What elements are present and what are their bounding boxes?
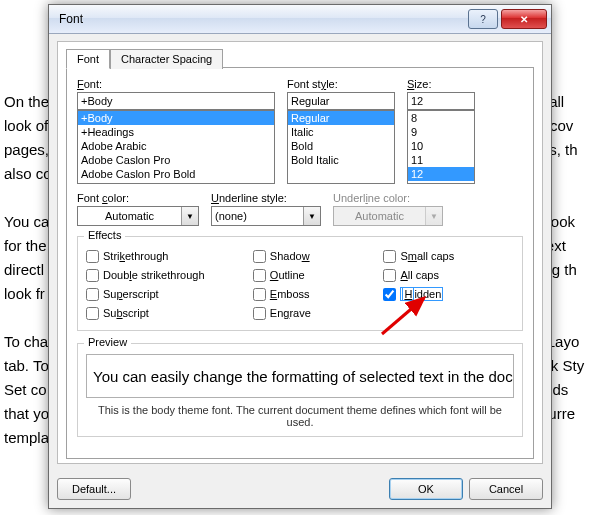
list-item[interactable]: +Body xyxy=(78,111,274,125)
underline-color-value: Automatic xyxy=(334,210,425,222)
check-emboss[interactable]: Emboss xyxy=(253,285,384,303)
check-double-strikethrough[interactable]: Double strikethrough xyxy=(86,266,253,284)
check-outline[interactable]: Outline xyxy=(253,266,384,284)
preview-group: Preview You can easily change the format… xyxy=(77,343,523,437)
font-style-label: Font style: xyxy=(287,78,395,90)
font-style-listbox[interactable]: Regular Italic Bold Bold Italic xyxy=(287,110,395,184)
check-shadow[interactable]: Shadow xyxy=(253,247,384,265)
underline-color-combo: Automatic ▼ xyxy=(333,206,443,226)
underline-style-label: Underline style: xyxy=(211,192,321,204)
tab-character-spacing[interactable]: Character Spacing xyxy=(110,49,223,69)
underline-style-combo[interactable]: (none) ▼ xyxy=(211,206,321,226)
check-hidden[interactable]: Hidden xyxy=(383,285,514,303)
chevron-down-icon: ▼ xyxy=(425,207,442,225)
font-label: Font: xyxy=(77,78,275,90)
preview-box: You can easily change the formatting of … xyxy=(86,354,514,398)
list-item[interactable]: 12 xyxy=(408,167,474,181)
list-item[interactable]: 11 xyxy=(408,153,474,167)
font-color-combo[interactable]: Automatic ▼ xyxy=(77,206,199,226)
dialog-title: Font xyxy=(59,12,468,26)
list-item[interactable]: Adobe Caslon Pro xyxy=(78,153,274,167)
list-item[interactable]: 8 xyxy=(408,111,474,125)
help-button[interactable]: ? xyxy=(468,9,498,29)
list-item[interactable]: Bold xyxy=(288,139,394,153)
close-button[interactable]: ✕ xyxy=(501,9,547,29)
chevron-down-icon: ▼ xyxy=(303,207,320,225)
size-listbox[interactable]: 8 9 10 11 12 xyxy=(407,110,475,184)
list-item[interactable]: Regular xyxy=(288,111,394,125)
font-color-value: Automatic xyxy=(78,210,181,222)
preview-note: This is the body theme font. The current… xyxy=(86,404,514,428)
font-listbox[interactable]: +Body +Headings Adobe Arabic Adobe Caslo… xyxy=(77,110,275,184)
ok-button[interactable]: OK xyxy=(389,478,463,500)
check-engrave[interactable]: Engrave xyxy=(253,304,384,322)
preview-legend: Preview xyxy=(84,336,131,348)
list-item[interactable]: 10 xyxy=(408,139,474,153)
check-small-caps[interactable]: Small caps xyxy=(383,247,514,265)
tab-font[interactable]: Font xyxy=(66,49,110,69)
list-item[interactable]: 9 xyxy=(408,125,474,139)
effects-group: Effects Strikethrough Double strikethrou… xyxy=(77,236,523,331)
list-item[interactable]: +Headings xyxy=(78,125,274,139)
titlebar[interactable]: Font ? ✕ xyxy=(49,5,551,34)
check-all-caps[interactable]: All caps xyxy=(383,266,514,284)
check-strikethrough[interactable]: Strikethrough xyxy=(86,247,253,265)
font-color-label: Font color: xyxy=(77,192,199,204)
check-subscript[interactable]: Subscript xyxy=(86,304,253,322)
effects-legend: Effects xyxy=(84,229,125,241)
list-item[interactable]: Adobe Caslon Pro Bold xyxy=(78,167,274,181)
default-button[interactable]: Default... xyxy=(57,478,131,500)
check-superscript[interactable]: Superscript xyxy=(86,285,253,303)
list-item[interactable]: Italic xyxy=(288,125,394,139)
size-input[interactable] xyxy=(407,92,475,110)
list-item[interactable]: Adobe Arabic xyxy=(78,139,274,153)
font-dialog: Font ? ✕ Font Character Spacing Font: +B… xyxy=(48,4,552,509)
font-style-input[interactable] xyxy=(287,92,395,110)
underline-color-label: Underline color: xyxy=(333,192,443,204)
underline-style-value: (none) xyxy=(212,210,303,222)
size-label: Size: xyxy=(407,78,475,90)
font-input[interactable] xyxy=(77,92,275,110)
list-item[interactable]: Bold Italic xyxy=(288,153,394,167)
chevron-down-icon: ▼ xyxy=(181,207,198,225)
cancel-button[interactable]: Cancel xyxy=(469,478,543,500)
